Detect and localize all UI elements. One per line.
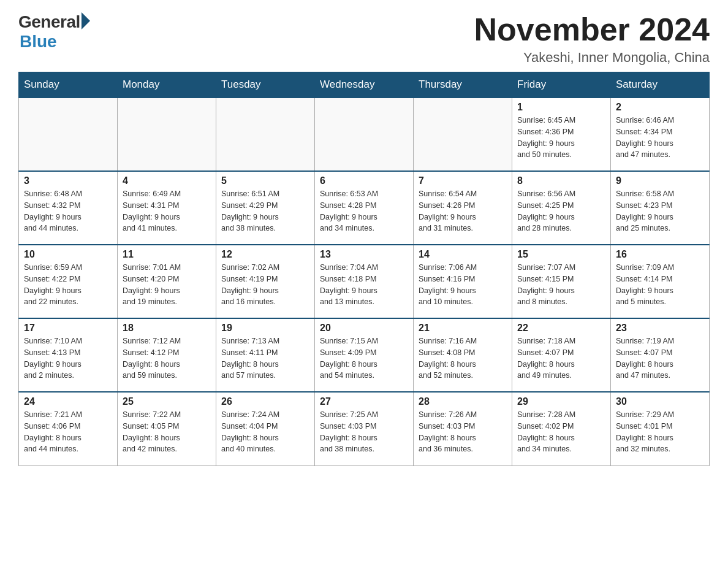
day-number: 20 bbox=[320, 323, 408, 334]
day-info: Sunrise: 6:53 AMSunset: 4:28 PMDaylight:… bbox=[320, 188, 408, 234]
column-header-monday: Monday bbox=[118, 72, 216, 98]
day-info: Sunrise: 6:49 AMSunset: 4:31 PMDaylight:… bbox=[123, 188, 211, 234]
day-number: 23 bbox=[616, 323, 704, 334]
day-number: 10 bbox=[24, 249, 112, 260]
calendar-cell: 9Sunrise: 6:58 AMSunset: 4:23 PMDaylight… bbox=[611, 171, 710, 245]
day-number: 7 bbox=[419, 175, 507, 186]
day-number: 19 bbox=[221, 323, 309, 334]
day-number: 28 bbox=[419, 396, 507, 407]
day-number: 2 bbox=[616, 102, 704, 113]
calendar-cell: 16Sunrise: 7:09 AMSunset: 4:14 PMDayligh… bbox=[611, 245, 710, 318]
month-title: November 2024 bbox=[474, 12, 710, 47]
page-header: General Blue November 2024 Yakeshi, Inne… bbox=[18, 12, 710, 66]
day-number: 27 bbox=[320, 396, 408, 407]
day-info: Sunrise: 7:22 AMSunset: 4:05 PMDaylight:… bbox=[123, 409, 211, 455]
day-number: 13 bbox=[320, 249, 408, 260]
logo: General Blue bbox=[18, 12, 90, 52]
day-info: Sunrise: 7:13 AMSunset: 4:11 PMDaylight:… bbox=[221, 335, 309, 381]
day-info: Sunrise: 7:02 AMSunset: 4:19 PMDaylight:… bbox=[221, 262, 309, 308]
day-info: Sunrise: 7:29 AMSunset: 4:01 PMDaylight:… bbox=[616, 409, 704, 455]
calendar-cell bbox=[19, 98, 118, 171]
calendar-cell: 5Sunrise: 6:51 AMSunset: 4:29 PMDaylight… bbox=[216, 171, 315, 245]
logo-blue-text: Blue bbox=[20, 32, 57, 52]
calendar-cell: 7Sunrise: 6:54 AMSunset: 4:26 PMDaylight… bbox=[414, 171, 512, 245]
calendar-cell: 15Sunrise: 7:07 AMSunset: 4:15 PMDayligh… bbox=[512, 245, 611, 318]
calendar-cell: 22Sunrise: 7:18 AMSunset: 4:07 PMDayligh… bbox=[512, 318, 611, 392]
calendar-cell bbox=[315, 98, 414, 171]
location-subtitle: Yakeshi, Inner Mongolia, China bbox=[474, 50, 710, 66]
week-row-5: 24Sunrise: 7:21 AMSunset: 4:06 PMDayligh… bbox=[19, 392, 710, 465]
day-info: Sunrise: 6:58 AMSunset: 4:23 PMDaylight:… bbox=[616, 188, 704, 234]
calendar-cell: 29Sunrise: 7:28 AMSunset: 4:02 PMDayligh… bbox=[512, 392, 611, 465]
day-info: Sunrise: 7:26 AMSunset: 4:03 PMDaylight:… bbox=[419, 409, 507, 455]
calendar-cell: 30Sunrise: 7:29 AMSunset: 4:01 PMDayligh… bbox=[611, 392, 710, 465]
calendar-cell bbox=[414, 98, 512, 171]
day-info: Sunrise: 6:51 AMSunset: 4:29 PMDaylight:… bbox=[221, 188, 309, 234]
day-info: Sunrise: 7:12 AMSunset: 4:12 PMDaylight:… bbox=[123, 335, 211, 381]
calendar-cell: 6Sunrise: 6:53 AMSunset: 4:28 PMDaylight… bbox=[315, 171, 414, 245]
calendar-cell: 27Sunrise: 7:25 AMSunset: 4:03 PMDayligh… bbox=[315, 392, 414, 465]
day-info: Sunrise: 7:28 AMSunset: 4:02 PMDaylight:… bbox=[517, 409, 605, 455]
week-row-2: 3Sunrise: 6:48 AMSunset: 4:32 PMDaylight… bbox=[19, 171, 710, 245]
day-number: 29 bbox=[517, 396, 605, 407]
day-info: Sunrise: 6:56 AMSunset: 4:25 PMDaylight:… bbox=[517, 188, 605, 234]
calendar-cell: 11Sunrise: 7:01 AMSunset: 4:20 PMDayligh… bbox=[118, 245, 216, 318]
calendar-cell: 26Sunrise: 7:24 AMSunset: 4:04 PMDayligh… bbox=[216, 392, 315, 465]
day-info: Sunrise: 7:15 AMSunset: 4:09 PMDaylight:… bbox=[320, 335, 408, 381]
header-row: SundayMondayTuesdayWednesdayThursdayFrid… bbox=[19, 72, 710, 98]
calendar-cell: 24Sunrise: 7:21 AMSunset: 4:06 PMDayligh… bbox=[19, 392, 118, 465]
column-header-friday: Friday bbox=[512, 72, 611, 98]
day-info: Sunrise: 7:16 AMSunset: 4:08 PMDaylight:… bbox=[419, 335, 507, 381]
calendar-header: SundayMondayTuesdayWednesdayThursdayFrid… bbox=[19, 72, 710, 98]
day-info: Sunrise: 7:04 AMSunset: 4:18 PMDaylight:… bbox=[320, 262, 408, 308]
day-number: 14 bbox=[419, 249, 507, 260]
day-number: 11 bbox=[123, 249, 211, 260]
column-header-tuesday: Tuesday bbox=[216, 72, 315, 98]
day-number: 26 bbox=[221, 396, 309, 407]
day-info: Sunrise: 6:48 AMSunset: 4:32 PMDaylight:… bbox=[24, 188, 112, 234]
calendar-cell bbox=[216, 98, 315, 171]
calendar-cell: 3Sunrise: 6:48 AMSunset: 4:32 PMDaylight… bbox=[19, 171, 118, 245]
day-number: 3 bbox=[24, 175, 112, 186]
day-number: 1 bbox=[517, 102, 605, 113]
calendar-cell: 4Sunrise: 6:49 AMSunset: 4:31 PMDaylight… bbox=[118, 171, 216, 245]
calendar-table: SundayMondayTuesdayWednesdayThursdayFrid… bbox=[18, 72, 710, 466]
calendar-cell: 21Sunrise: 7:16 AMSunset: 4:08 PMDayligh… bbox=[414, 318, 512, 392]
calendar-cell: 2Sunrise: 6:46 AMSunset: 4:34 PMDaylight… bbox=[611, 98, 710, 171]
calendar-cell: 28Sunrise: 7:26 AMSunset: 4:03 PMDayligh… bbox=[414, 392, 512, 465]
calendar-cell: 12Sunrise: 7:02 AMSunset: 4:19 PMDayligh… bbox=[216, 245, 315, 318]
calendar-cell: 18Sunrise: 7:12 AMSunset: 4:12 PMDayligh… bbox=[118, 318, 216, 392]
day-number: 22 bbox=[517, 323, 605, 334]
day-number: 6 bbox=[320, 175, 408, 186]
calendar-cell: 25Sunrise: 7:22 AMSunset: 4:05 PMDayligh… bbox=[118, 392, 216, 465]
calendar-cell: 17Sunrise: 7:10 AMSunset: 4:13 PMDayligh… bbox=[19, 318, 118, 392]
day-number: 18 bbox=[123, 323, 211, 334]
day-info: Sunrise: 6:59 AMSunset: 4:22 PMDaylight:… bbox=[24, 262, 112, 308]
calendar-cell: 10Sunrise: 6:59 AMSunset: 4:22 PMDayligh… bbox=[19, 245, 118, 318]
day-info: Sunrise: 7:07 AMSunset: 4:15 PMDaylight:… bbox=[517, 262, 605, 308]
day-number: 12 bbox=[221, 249, 309, 260]
day-number: 9 bbox=[616, 175, 704, 186]
calendar-cell: 1Sunrise: 6:45 AMSunset: 4:36 PMDaylight… bbox=[512, 98, 611, 171]
day-info: Sunrise: 7:06 AMSunset: 4:16 PMDaylight:… bbox=[419, 262, 507, 308]
day-info: Sunrise: 7:24 AMSunset: 4:04 PMDaylight:… bbox=[221, 409, 309, 455]
day-info: Sunrise: 7:10 AMSunset: 4:13 PMDaylight:… bbox=[24, 335, 112, 381]
day-number: 4 bbox=[123, 175, 211, 186]
column-header-sunday: Sunday bbox=[19, 72, 118, 98]
week-row-4: 17Sunrise: 7:10 AMSunset: 4:13 PMDayligh… bbox=[19, 318, 710, 392]
day-info: Sunrise: 7:01 AMSunset: 4:20 PMDaylight:… bbox=[123, 262, 211, 308]
calendar-cell: 8Sunrise: 6:56 AMSunset: 4:25 PMDaylight… bbox=[512, 171, 611, 245]
day-info: Sunrise: 7:19 AMSunset: 4:07 PMDaylight:… bbox=[616, 335, 704, 381]
calendar-cell: 20Sunrise: 7:15 AMSunset: 4:09 PMDayligh… bbox=[315, 318, 414, 392]
title-section: November 2024 Yakeshi, Inner Mongolia, C… bbox=[474, 12, 710, 66]
day-info: Sunrise: 6:54 AMSunset: 4:26 PMDaylight:… bbox=[419, 188, 507, 234]
day-number: 5 bbox=[221, 175, 309, 186]
day-number: 16 bbox=[616, 249, 704, 260]
day-number: 8 bbox=[517, 175, 605, 186]
week-row-1: 1Sunrise: 6:45 AMSunset: 4:36 PMDaylight… bbox=[19, 98, 710, 171]
calendar-cell: 23Sunrise: 7:19 AMSunset: 4:07 PMDayligh… bbox=[611, 318, 710, 392]
day-number: 24 bbox=[24, 396, 112, 407]
logo-triangle-icon bbox=[82, 12, 90, 29]
day-info: Sunrise: 7:18 AMSunset: 4:07 PMDaylight:… bbox=[517, 335, 605, 381]
calendar-cell bbox=[118, 98, 216, 171]
